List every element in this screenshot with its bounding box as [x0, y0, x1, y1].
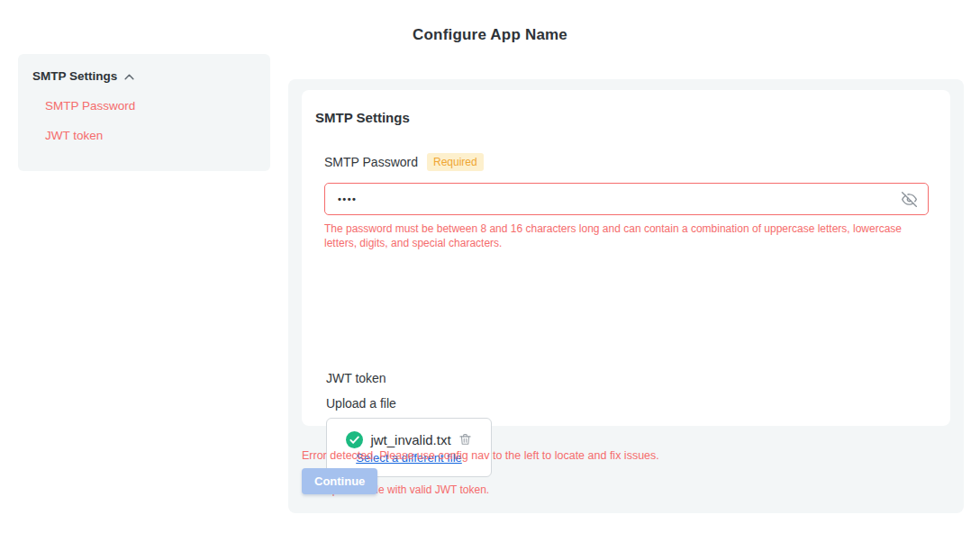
uploaded-file-row: jwt_invalid.txt	[346, 431, 471, 448]
sidebar-item-jwt-token[interactable]: JWT token	[45, 129, 256, 142]
sidebar-header-label: SMTP Settings	[32, 69, 117, 83]
smtp-password-input-wrap	[324, 183, 929, 215]
smtp-password-input[interactable]	[324, 183, 929, 215]
smtp-password-label: SMTP Password	[324, 155, 418, 169]
card-title: SMTP Settings	[315, 110, 410, 125]
check-circle-icon	[346, 431, 363, 448]
upload-file-label: Upload a file	[326, 396, 396, 411]
trash-icon[interactable]	[458, 432, 472, 447]
eye-off-icon[interactable]	[902, 192, 917, 207]
sidebar-item-smtp-password[interactable]: SMTP Password	[45, 99, 256, 113]
required-badge: Required	[427, 153, 484, 171]
smtp-password-label-row: SMTP Password Required	[324, 153, 484, 171]
smtp-settings-card: SMTP Settings SMTP Password Required The…	[302, 90, 950, 426]
config-sidebar: SMTP Settings SMTP Password JWT token	[18, 54, 270, 171]
footer-error-text: Error detected. Please use config nav to…	[302, 448, 659, 463]
continue-button[interactable]: Continue	[302, 468, 377, 494]
chevron-up-icon[interactable]	[123, 70, 135, 83]
page-title: Configure App Name	[0, 26, 980, 44]
smtp-password-error: The password must be between 8 and 16 ch…	[324, 221, 921, 250]
jwt-token-label: JWT token	[326, 371, 386, 385]
sidebar-header-smtp-settings[interactable]: SMTP Settings	[32, 69, 256, 83]
uploaded-file-name: jwt_invalid.txt	[370, 432, 450, 447]
config-panel: SMTP Settings SMTP Password Required The…	[288, 79, 964, 513]
